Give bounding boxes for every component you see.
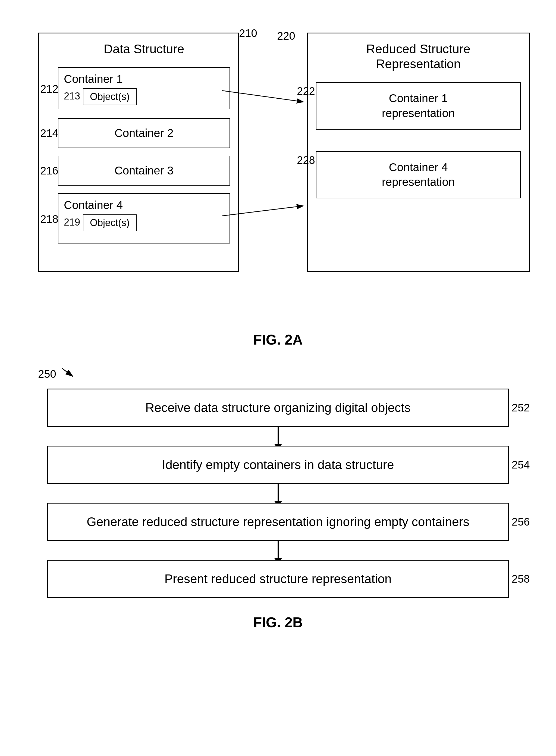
data-structure-title: Data Structure [58,41,230,56]
container-1-objects: Object(s) [83,88,137,105]
fig2a-section: Data Structure 212 Container 1 213 Objec… [22,16,534,315]
container-3-box: Container 3 [58,156,230,186]
ref-250-arrow [59,367,75,378]
container-3-label: Container 3 [114,164,173,177]
ref-218: 218 [40,213,59,225]
ref-220: 220 [277,30,295,42]
container-3-row: 216 Container 3 [58,156,230,186]
container-4-label: Container 4 [64,197,123,213]
ref-252: 252 [512,402,530,414]
flow-label-256: Generate reduced structure representatio… [86,515,470,529]
flow-label-254: Identify empty containers in data struct… [162,457,394,472]
reduced-structure-box: Reduced Structure Representation 222 Con… [307,33,530,272]
flow-arrow-2 [278,484,279,503]
container-4-objects: Object(s) [83,215,137,231]
ref-254: 254 [512,459,530,471]
ref-214: 214 [40,127,59,139]
container-1-box: Container 1 213 Object(s) [58,67,230,109]
flow-box-258: Present reduced structure representation… [47,560,509,598]
flow-box-254: Identify empty containers in data struct… [47,446,509,484]
data-structure-box: Data Structure 212 Container 1 213 Objec… [38,33,239,272]
fig2b-section: 250 Receive data structure organizing di… [22,367,534,630]
reduced-structure-title: Reduced Structure Representation [316,41,521,71]
flow-label-252: Receive data structure organizing digita… [145,400,411,415]
ref-210: 210 [239,27,257,39]
container-2-box: Container 2 [58,118,230,148]
container-4-box: Container 4 219 Object(s) [58,193,230,243]
ref-212: 212 [40,83,59,95]
flow-arrow-1 [278,427,279,446]
flow-box-256: Generate reduced structure representatio… [47,503,509,541]
ref-219: 219 [64,217,80,228]
ref-258: 258 [512,573,530,585]
container-4-row: 218 Container 4 219 Object(s) [58,193,230,245]
flowchart: Receive data structure organizing digita… [22,367,534,598]
ref-228: 228 [297,154,315,166]
fig2a-caption: FIG. 2A [22,332,534,348]
ref-213: 213 [64,91,80,102]
container-1-repr-box: Container 1 representation [316,83,521,129]
repr-4-wrapper: 228 Container 4 representation [316,151,521,198]
container-4-repr-box: Container 4 representation [316,151,521,198]
svg-line-3 [62,368,73,376]
ref-216: 216 [40,165,59,177]
fig2b-caption: FIG. 2B [22,614,534,630]
container-1-row: 212 Container 1 213 Object(s) [58,67,230,110]
container-2-label: Container 2 [114,127,173,140]
ref-222: 222 [297,85,315,97]
flow-arrow-3 [278,541,279,560]
page: Data Structure 212 Container 1 213 Objec… [0,0,556,756]
flow-box-252: Receive data structure organizing digita… [47,389,509,427]
repr-1-wrapper: 222 Container 1 representation [316,83,521,129]
container-2-row: 214 Container 2 [58,118,230,148]
ref-250: 250 [38,367,75,380]
container-1-label: Container 1 [64,71,123,87]
ref-256: 256 [512,516,530,528]
flow-label-258: Present reduced structure representation [164,571,391,586]
